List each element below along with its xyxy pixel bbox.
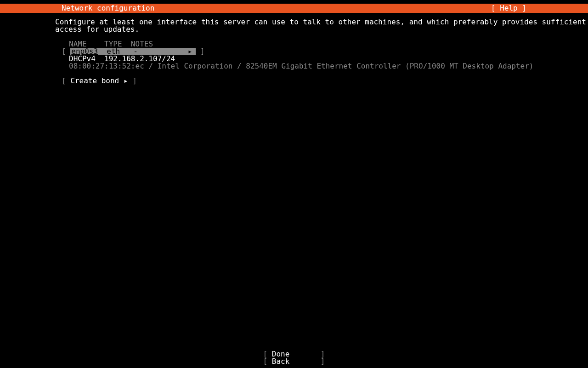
footer-buttons: [ Done ] [ Back ]: [0, 351, 588, 365]
header-bar: Network configuration [ Help ]: [0, 4, 588, 13]
bracket-right: ]: [196, 48, 204, 55]
page-title: Network configuration: [0, 5, 154, 12]
help-button[interactable]: [ Help ]: [491, 5, 588, 12]
instruction-text-2: access for updates.: [55, 26, 588, 33]
create-bond-row[interactable]: [ Create bond ▸ ]: [55, 77, 588, 85]
bracket-right: ]: [128, 76, 137, 85]
chevron-right-icon: ▸: [188, 48, 192, 55]
interface-selected-highlight: enp0s3 eth -▸: [70, 48, 196, 55]
main-content: Configure at least one interface this se…: [0, 13, 588, 85]
interface-type: eth: [107, 47, 120, 56]
back-button[interactable]: [ Back ]: [0, 358, 588, 365]
hardware-info: 08:00:27:13:52:ec / Intel Corporation / …: [55, 63, 588, 70]
create-bond-label: Create bond: [70, 76, 119, 85]
bracket-left: [: [62, 76, 70, 85]
interface-name: enp0s3: [71, 47, 98, 56]
top-black-bar: [0, 0, 588, 4]
interface-table: NAME TYPE NOTES [ enp0s3 eth -▸ ] DHCPv4…: [55, 40, 588, 70]
interface-notes: -: [133, 47, 138, 56]
interface-row-enp0s3[interactable]: [ enp0s3 eth -▸ ]: [62, 48, 588, 55]
chevron-right-icon: ▸: [124, 76, 128, 85]
